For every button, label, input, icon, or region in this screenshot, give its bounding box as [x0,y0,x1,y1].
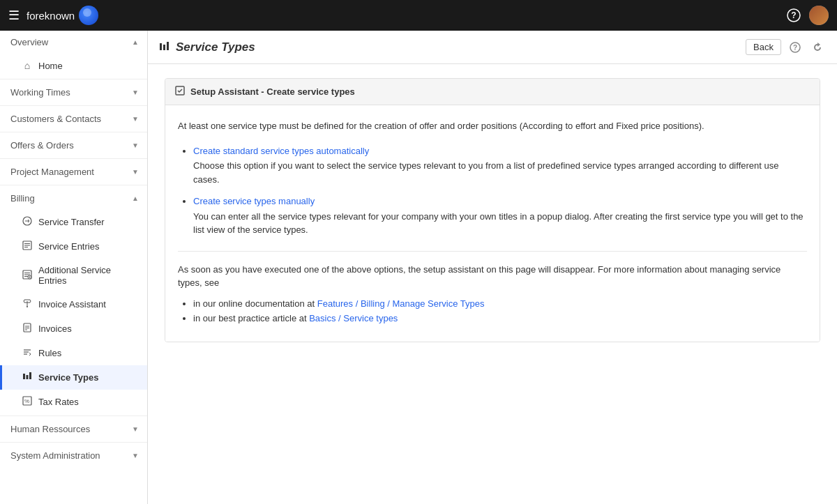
setup-assistant-title: Setup Assistant - Create service types [190,86,355,97]
svg-rect-23 [23,374,25,379]
sidebar-item-system-administration[interactable]: System Administration ▼ [0,444,147,467]
create-standard-desc: Choose this option if you want to select… [193,159,807,186]
svg-rect-29 [163,45,165,50]
home-icon: ⌂ [22,60,33,71]
sidebar-item-tax-rates[interactable]: % Tax Rates [0,390,147,414]
brand-name: foreknown [27,10,75,22]
setup-assistant-box: Setup Assistant - Create service types A… [165,78,820,342]
back-button[interactable]: Back [746,39,781,55]
chevron-up-icon-billing: ▲ [132,194,139,202]
chevron-down-icon-sysadmin: ▼ [132,452,139,459]
page-header: Service Types Back ? [148,31,837,64]
sidebar-item-offers-orders[interactable]: Offers & Orders ▼ [0,134,147,157]
chevron-up-icon: ▲ [132,38,139,46]
practice-link-item: in our best practice article at Basics /… [193,313,807,323]
refresh-icon[interactable] [809,39,826,56]
setup-option-1: Create standard service types automatica… [193,144,807,187]
brand-logo [79,6,98,25]
create-manually-desc: You can enter all the service types rele… [193,210,807,237]
page-service-types-icon [159,40,170,54]
sidebar-item-service-types[interactable]: Service Types [0,365,147,390]
svg-rect-25 [29,372,31,379]
chevron-down-icon: ▼ [132,89,139,96]
svg-rect-30 [167,42,169,50]
setup-note: As soon as you have executed one of the … [178,263,807,290]
svg-point-15 [27,306,28,307]
setup-divider [178,251,807,252]
setup-intro-text: At least one service type must be define… [178,119,807,133]
setup-assistant-icon [175,86,185,98]
sidebar-item-billing[interactable]: Billing ▲ [0,187,147,210]
service-transfer-icon [22,216,33,228]
additional-service-entries-icon [22,270,33,282]
page-title: Service Types [176,40,255,54]
sidebar-item-additional-service-entries[interactable]: Additional Service Entries [0,259,147,292]
sidebar-item-invoices[interactable]: Invoices [0,316,147,341]
sidebar-item-project-management[interactable]: Project Management ▼ [0,160,147,183]
practice-link[interactable]: Basics / Service types [309,313,398,323]
help-action-icon[interactable]: ? [787,39,804,56]
main-content: Service Types Back ? [148,31,837,504]
sidebar-item-working-times[interactable]: Working Times ▼ [0,81,147,104]
chevron-down-icon-pm: ▼ [132,168,139,176]
service-entries-icon [22,240,33,252]
create-standard-link[interactable]: Create standard service types automatica… [193,146,369,156]
doc-link-item: in our online documentation at Features … [193,298,807,309]
brand: foreknown [27,6,98,25]
create-manually-link[interactable]: Create service types manually [193,196,315,206]
invoice-assistant-icon [22,298,33,310]
svg-text:?: ? [793,44,797,52]
sidebar-item-service-entries[interactable]: Service Entries [0,234,147,259]
help-icon[interactable]: ? [784,6,804,25]
svg-rect-28 [160,43,162,50]
sidebar-item-overview[interactable]: Overview ▲ [0,31,147,54]
rules-icon [22,347,33,359]
service-types-icon [22,372,33,383]
setup-option-2: Create service types manually You can en… [193,194,807,237]
sidebar-item-customers-contacts[interactable]: Customers & Contacts ▼ [0,107,147,130]
svg-text:?: ? [791,10,796,20]
content-area: Setup Assistant - Create service types A… [148,64,837,504]
chevron-down-icon-offers: ▼ [132,142,139,149]
sidebar-item-invoice-assistant[interactable]: Invoice Assistant [0,292,147,316]
setup-assistant-header: Setup Assistant - Create service types [165,79,820,105]
topbar: ☰ foreknown ? [0,0,837,31]
doc-link[interactable]: Features / Billing / Manage Service Type… [317,298,485,309]
setup-links-list: in our online documentation at Features … [178,298,807,323]
setup-body: At least one service type must be define… [165,105,820,342]
invoices-icon [22,323,33,335]
chevron-down-icon-customers: ▼ [132,115,139,123]
tax-rates-icon: % [22,396,33,408]
sidebar-item-human-ressources[interactable]: Human Ressources ▼ [0,418,147,441]
doc-link-prefix: in our online documentation at [193,298,317,309]
sidebar-item-service-transfer[interactable]: Service Transfer [0,210,147,234]
sidebar-item-home[interactable]: ⌂ Home [0,54,147,77]
practice-link-prefix: in our best practice article at [193,313,309,323]
svg-text:%: % [24,398,29,404]
setup-options-list: Create standard service types automatica… [178,144,807,237]
sidebar: Overview ▲ ⌂ Home Working Times ▼ Custom… [0,31,148,504]
svg-rect-24 [27,375,29,379]
sidebar-item-rules[interactable]: Rules [0,341,147,365]
chevron-down-icon-hr: ▼ [132,425,139,433]
avatar[interactable] [809,6,829,25]
menu-icon[interactable]: ☰ [8,8,20,23]
